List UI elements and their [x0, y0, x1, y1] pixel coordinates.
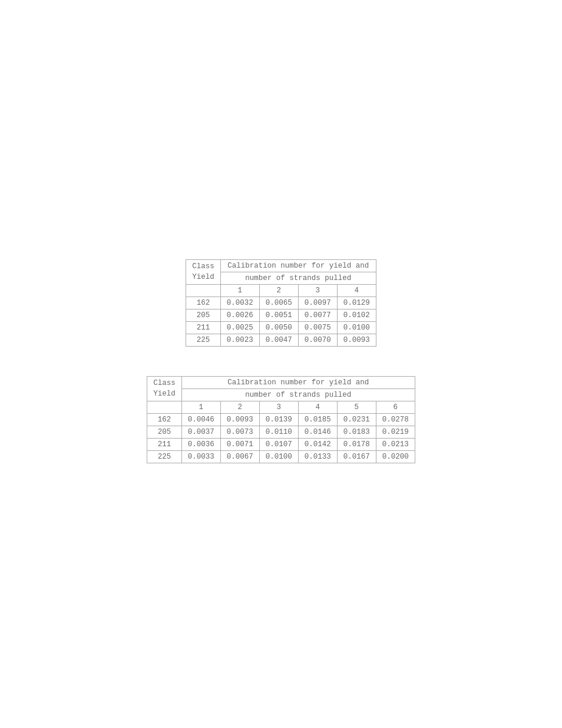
table1: ClassYield Calibration number for yield … — [186, 259, 376, 347]
cell-col-1: 0.0036 — [181, 439, 220, 451]
table2-col-header-empty — [147, 401, 182, 414]
cell-col-3: 0.0107 — [259, 439, 298, 451]
class-value: 205 — [147, 426, 182, 439]
cell-col-1: 0.0032 — [220, 297, 259, 309]
table-row: 2250.00330.00670.01000.01330.01670.0200 — [147, 451, 415, 463]
cell-col-3: 0.0097 — [298, 297, 337, 309]
cell-col-6: 0.0219 — [376, 426, 415, 439]
table2-col-4: 4 — [298, 401, 337, 414]
table2-class-yield-header: ClassYield — [147, 377, 182, 401]
cell-col-3: 0.0070 — [298, 334, 337, 347]
table-row: 2050.00370.00730.01100.01460.01830.0219 — [147, 426, 415, 439]
table2-col-6: 6 — [376, 401, 415, 414]
page-content: ClassYield Calibration number for yield … — [12, 12, 550, 728]
cell-col-1: 0.0023 — [220, 334, 259, 347]
table2-col-3: 3 — [259, 401, 298, 414]
cell-col-4: 0.0100 — [337, 322, 376, 334]
cell-col-2: 0.0065 — [259, 297, 298, 309]
cell-col-4: 0.0142 — [298, 439, 337, 451]
table1-col-header-empty — [186, 285, 221, 297]
cell-col-2: 0.0051 — [259, 309, 298, 322]
table-row: 2110.00250.00500.00750.0100 — [186, 322, 376, 334]
table1-col-1: 1 — [220, 285, 259, 297]
table-row: 1620.00320.00650.00970.0129 — [186, 297, 376, 309]
cell-col-6: 0.0278 — [376, 414, 415, 426]
cell-col-6: 0.0200 — [376, 451, 415, 463]
class-value: 211 — [186, 322, 221, 334]
cell-col-5: 0.0167 — [337, 451, 376, 463]
class-value: 162 — [147, 414, 182, 426]
table1-sub-header: number of strands pulled — [220, 272, 376, 285]
table-row: 2050.00260.00510.00770.0102 — [186, 309, 376, 322]
table2-col-1: 1 — [181, 401, 220, 414]
cell-col-3: 0.0077 — [298, 309, 337, 322]
cell-col-2: 0.0093 — [220, 414, 259, 426]
table2-wrapper: ClassYield Calibration number for yield … — [147, 376, 415, 463]
cell-col-2: 0.0073 — [220, 426, 259, 439]
cell-col-4: 0.0133 — [298, 451, 337, 463]
cell-col-1: 0.0033 — [181, 451, 220, 463]
class-value: 162 — [186, 297, 221, 309]
cell-col-1: 0.0026 — [220, 309, 259, 322]
class-value: 211 — [147, 439, 182, 451]
cell-col-4: 0.0093 — [337, 334, 376, 347]
table2-col-5: 5 — [337, 401, 376, 414]
cell-col-3: 0.0075 — [298, 322, 337, 334]
table1-class-yield-header: ClassYield — [186, 260, 221, 285]
cell-col-2: 0.0071 — [220, 439, 259, 451]
table2-col-2: 2 — [220, 401, 259, 414]
cell-col-1: 0.0046 — [181, 414, 220, 426]
cell-col-4: 0.0102 — [337, 309, 376, 322]
cell-col-2: 0.0067 — [220, 451, 259, 463]
table-row: 2110.00360.00710.01070.01420.01780.0213 — [147, 439, 415, 451]
cell-col-1: 0.0025 — [220, 322, 259, 334]
cell-col-3: 0.0139 — [259, 414, 298, 426]
table2-main-header: Calibration number for yield and — [181, 377, 415, 389]
table2-sub-header: number of strands pulled — [181, 389, 415, 401]
cell-col-3: 0.0100 — [259, 451, 298, 463]
table-row: 2250.00230.00470.00700.0093 — [186, 334, 376, 347]
class-value: 205 — [186, 309, 221, 322]
table1-main-header: Calibration number for yield and — [220, 260, 376, 272]
class-value: 225 — [147, 451, 182, 463]
cell-col-4: 0.0185 — [298, 414, 337, 426]
table-row: 1620.00460.00930.01390.01850.02310.0278 — [147, 414, 415, 426]
class-value: 225 — [186, 334, 221, 347]
table2: ClassYield Calibration number for yield … — [147, 376, 415, 463]
cell-col-2: 0.0050 — [259, 322, 298, 334]
cell-col-4: 0.0129 — [337, 297, 376, 309]
table1-col-3: 3 — [298, 285, 337, 297]
table1-col-4: 4 — [337, 285, 376, 297]
table1-wrapper: ClassYield Calibration number for yield … — [186, 259, 376, 347]
cell-col-4: 0.0146 — [298, 426, 337, 439]
cell-col-1: 0.0037 — [181, 426, 220, 439]
table1-col-2: 2 — [259, 285, 298, 297]
cell-col-6: 0.0213 — [376, 439, 415, 451]
cell-col-5: 0.0178 — [337, 439, 376, 451]
cell-col-3: 0.0110 — [259, 426, 298, 439]
cell-col-5: 0.0231 — [337, 414, 376, 426]
cell-col-2: 0.0047 — [259, 334, 298, 347]
cell-col-5: 0.0183 — [337, 426, 376, 439]
